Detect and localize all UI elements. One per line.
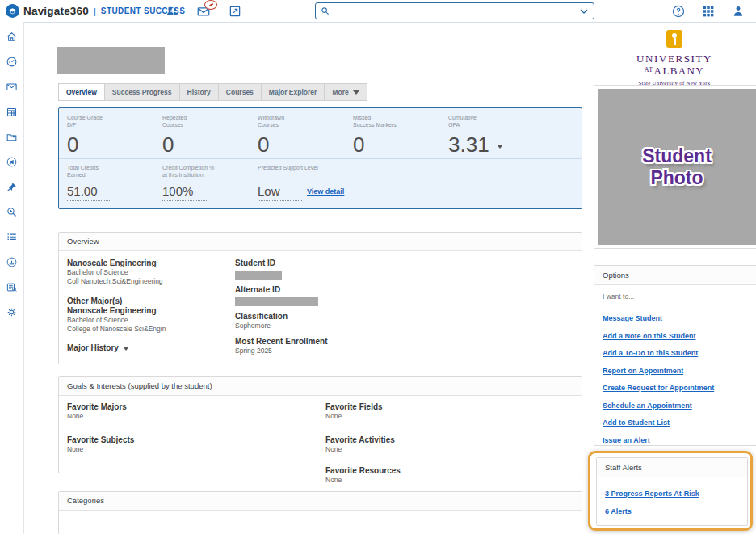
alternate-id-label: Alternate ID — [235, 285, 413, 295]
favorite-majors-value: None — [67, 412, 293, 421]
stat-repeated-courses: RepeatedCourses 0 — [162, 115, 187, 155]
unread-badge-icon — [204, 0, 217, 10]
other-college: College of Nanoscale Sci&Engin — [67, 325, 229, 334]
global-search[interactable] — [315, 2, 594, 19]
favorite-resources-label: Favorite Resources — [326, 466, 552, 476]
add-todo-link[interactable]: Add a To-Do to this Student — [603, 349, 698, 358]
enrollment-value: Spring 2025 — [235, 347, 413, 355]
quick-links-icon[interactable] — [228, 4, 242, 19]
settings-gear-icon[interactable] — [6, 306, 18, 318]
primary-college: Coll Nanotech,Sci&Engineering — [67, 277, 229, 286]
apps-grid-icon[interactable] — [701, 4, 716, 19]
stat-label: Total Credits — [67, 165, 99, 170]
stat-value: 0 — [353, 134, 397, 155]
stat-label: Credit Completion % — [162, 165, 214, 170]
student-name-redacted — [57, 47, 165, 74]
chevron-down-icon — [353, 90, 359, 95]
announcements-icon[interactable] — [6, 156, 18, 168]
create-request-link[interactable]: Create Request for Appointment — [603, 384, 714, 393]
tab-overview[interactable]: Overview — [58, 83, 104, 101]
photo-text-line2: Photo — [650, 167, 703, 189]
students-icon[interactable] — [165, 4, 179, 19]
stat-label: Repeated — [162, 115, 187, 120]
other-major: Nanoscale Engineering — [67, 306, 229, 316]
overview-section: Overview Nanoscale Engineering Bachelor … — [58, 232, 582, 364]
stat-value: 51.00 — [67, 185, 111, 201]
report-appointment-link[interactable]: Report on Appointment — [603, 367, 683, 376]
stat-missed-success-markers: MissedSuccess Markers 0 — [353, 115, 397, 155]
favorite-subjects-value: None — [67, 445, 293, 454]
home-icon[interactable] — [6, 31, 18, 43]
goals-interests-section: Goals & Interests (supplied by the stude… — [58, 376, 582, 473]
navigate360-logo-icon[interactable] — [6, 4, 19, 18]
stat-value: 0 — [162, 134, 187, 155]
stat-label: Predicted Support Level — [258, 165, 318, 170]
options-panel: Options I want to... Message Student Add… — [594, 265, 756, 446]
search-dropdown-chevron-icon[interactable] — [580, 7, 588, 15]
other-degree: Bachelor of Science — [67, 316, 229, 325]
lists-icon[interactable] — [6, 231, 18, 243]
messages-icon[interactable] — [196, 4, 211, 19]
tab-history[interactable]: History — [179, 83, 218, 101]
goals-section-title: Goals & Interests (supplied by the stude… — [59, 377, 582, 396]
options-intro: I want to... — [603, 292, 751, 301]
stat-label2: Success Markers — [353, 122, 397, 128]
favorite-activities-label: Favorite Activities — [326, 435, 552, 445]
university-at: AT — [645, 66, 653, 74]
enrollment-label: Most Recent Enrollment — [235, 337, 413, 347]
student-id-label: Student ID — [235, 259, 413, 268]
header-utility-icons — [671, 0, 746, 22]
schedule-appointment-link[interactable]: Schedule an Appointment — [603, 402, 692, 410]
favorite-fields-value: None — [326, 412, 552, 421]
left-sidebar — [0, 22, 24, 534]
overview-section-title: Overview — [59, 233, 582, 251]
alternate-id-redacted — [235, 297, 318, 306]
calendar-icon[interactable] — [6, 106, 18, 118]
gpa-dropdown-icon[interactable] — [497, 145, 503, 149]
pinned-icon[interactable] — [6, 181, 18, 193]
classification-value: Sophomore — [235, 322, 413, 330]
message-student-link[interactable]: Message Student — [603, 314, 662, 323]
categories-section: Categories — [58, 491, 582, 534]
stats-divider — [59, 158, 582, 159]
search-input[interactable] — [333, 4, 580, 18]
categories-section-title: Categories — [59, 492, 582, 511]
help-icon[interactable] — [671, 4, 686, 19]
add-to-student-list-link[interactable]: Add to Student List — [603, 418, 670, 427]
ualbany-emblem-icon — [666, 30, 682, 48]
stat-label: Course Grade — [67, 115, 103, 120]
tab-courses[interactable]: Courses — [218, 83, 261, 101]
issue-alert-link[interactable]: Issue an Alert — [603, 436, 650, 445]
reports-icon[interactable] — [6, 281, 18, 293]
majors-column: Nanoscale Engineering Bachelor of Scienc… — [67, 259, 229, 353]
university-logo: UNIVERSITY ATALBANY State University of … — [594, 30, 755, 86]
top-navigation-bar: Navigate360 | STUDENT SUCCESS — [0, 0, 756, 23]
profile-icon[interactable] — [731, 4, 746, 19]
mail-icon[interactable] — [6, 81, 18, 93]
stat-cumulative-gpa: CumulativeGPA 3.31 — [448, 115, 503, 158]
student-photo-card: Student Photo — [594, 85, 756, 249]
stat-label: Cumulative — [448, 115, 477, 120]
tab-major-explorer[interactable]: Major Explorer — [261, 83, 325, 101]
search-icon — [321, 6, 330, 15]
favorite-fields-label: Favorite Fields — [326, 402, 552, 412]
cases-icon[interactable] — [6, 131, 18, 143]
gpa-value: 3.31 — [448, 134, 493, 158]
stat-label2: GPA — [448, 122, 460, 128]
academic-summary-panel: Course GradeD/F 0 RepeatedCourses 0 With… — [58, 107, 582, 209]
alerts-link[interactable]: 6 Alerts — [605, 507, 632, 516]
tab-success-progress[interactable]: Success Progress — [104, 83, 179, 101]
gauge-icon[interactable] — [6, 56, 18, 68]
view-detail-link[interactable]: View detail — [307, 187, 344, 196]
favorite-activities-value: None — [326, 445, 552, 454]
major-history-dropdown[interactable]: Major History — [67, 343, 229, 353]
options-title: Options — [594, 266, 756, 285]
university-name-line1: UNIVERSITY — [594, 53, 755, 65]
tab-more[interactable]: More — [324, 83, 367, 101]
major-history-label: Major History — [67, 343, 119, 352]
brand-divider: | — [94, 6, 96, 16]
advanced-search-icon[interactable] — [6, 206, 18, 218]
progress-reports-at-risk-link[interactable]: 3 Progress Reports At-Risk — [605, 490, 699, 498]
add-note-link[interactable]: Add a Note on this Student — [603, 332, 696, 341]
analytics-icon[interactable] — [6, 256, 18, 268]
